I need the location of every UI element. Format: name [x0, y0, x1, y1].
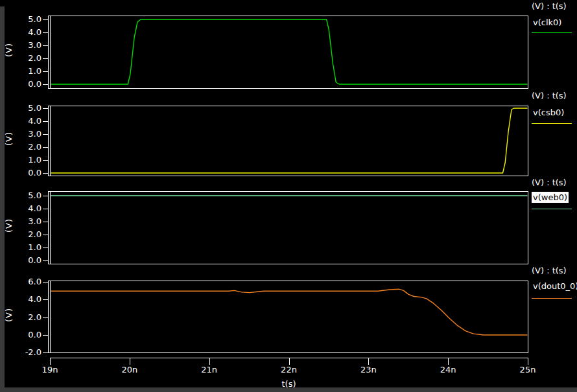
y-tick-mark — [43, 248, 48, 248]
y-tick-mark — [43, 335, 48, 336]
y-tick-mark — [43, 352, 48, 353]
y-tick-label: -2.0 — [12, 348, 41, 357]
y-tick-mark — [43, 84, 48, 85]
y-tick-label: 2.0 — [12, 54, 41, 63]
y-tick-label: 1.0 — [12, 243, 41, 252]
y-tick-mark — [43, 19, 48, 20]
y-tick-label: 4.0 — [12, 117, 41, 126]
waveform-trace-web0 — [51, 192, 528, 264]
plot-format-label: (V) : t(s) — [532, 266, 577, 275]
y-tick-mark — [43, 260, 48, 261]
y-tick-mark — [43, 222, 48, 222]
y-tick-label: 4.0 — [12, 295, 41, 304]
x-axis-title: t(s) — [269, 379, 309, 389]
trace-color-swatch-csb0 — [532, 123, 572, 124]
plot-area-clk0[interactable] — [50, 16, 528, 89]
x-tick-mark — [528, 358, 528, 365]
y-tick-label: 6.0 — [12, 277, 41, 286]
y-tick-label: 5.0 — [12, 15, 41, 24]
y-tick-label: 3.0 — [12, 130, 41, 139]
y-axis-spine — [48, 106, 49, 176]
y-tick-mark — [43, 196, 48, 196]
y-tick-mark — [43, 71, 48, 72]
y-tick-mark — [43, 160, 48, 161]
x-tick-mark — [289, 358, 290, 365]
y-tick-mark — [43, 147, 48, 148]
x-tick-label: 20n — [115, 365, 144, 375]
y-tick-label: 2.0 — [12, 230, 41, 239]
window-edge-left — [0, 6, 5, 392]
x-tick-label: 22n — [275, 365, 303, 375]
plot-area-dout0-0[interactable] — [50, 281, 528, 353]
signal-label-clk0[interactable]: v(clk0) — [532, 17, 563, 28]
x-tick-label: 21n — [195, 365, 224, 375]
y-tick-mark — [43, 282, 48, 282]
y-tick-label: 4.0 — [12, 28, 41, 37]
x-tick-mark — [209, 358, 210, 365]
y-tick-mark — [43, 173, 48, 174]
x-tick-label: 24n — [434, 365, 462, 375]
y-axis-spine — [48, 191, 49, 264]
trace-color-swatch-dout0-0 — [532, 298, 572, 299]
plot-area-csb0[interactable] — [50, 106, 528, 176]
y-tick-label: 1.0 — [12, 156, 41, 165]
y-tick-mark — [43, 121, 48, 122]
x-tick-label: 25n — [513, 365, 542, 375]
plot-format-label: (V) : t(s) — [532, 91, 577, 100]
y-tick-label: 1.0 — [12, 67, 41, 76]
signal-label-web0[interactable]: v(web0) — [532, 192, 569, 203]
plot-area-web0[interactable] — [50, 191, 528, 264]
y-tick-mark — [43, 299, 48, 300]
x-tick-mark — [50, 358, 51, 365]
trace-color-swatch-web0 — [532, 209, 572, 209]
y-tick-label: 0.0 — [12, 330, 41, 340]
trace-color-swatch-clk0 — [532, 32, 572, 33]
y-tick-label: 3.0 — [12, 217, 41, 226]
y-tick-mark — [43, 58, 48, 59]
y-axis-spine — [48, 16, 49, 89]
signal-label-dout0-0[interactable]: v(dout0_0) — [532, 281, 577, 292]
plot-format-label: (V) : t(s) — [532, 1, 577, 11]
y-axis-spine — [48, 281, 49, 353]
y-tick-mark — [43, 108, 48, 109]
y-tick-mark — [43, 134, 48, 135]
y-tick-label: 5.0 — [12, 104, 41, 113]
plot-format-label: (V) : t(s) — [532, 178, 577, 187]
y-tick-label: 2.0 — [12, 143, 41, 152]
y-tick-label: 4.0 — [12, 204, 41, 213]
signal-label-csb0[interactable]: v(csb0) — [532, 107, 565, 118]
waveform-trace-clk0 — [51, 16, 528, 88]
x-tick-label: 19n — [36, 365, 64, 375]
y-tick-label: 0.0 — [12, 256, 41, 265]
y-tick-mark — [43, 45, 48, 46]
waveform-trace-csb0 — [51, 106, 528, 176]
y-tick-mark — [43, 32, 48, 33]
y-tick-mark — [43, 235, 48, 235]
x-tick-mark — [368, 358, 369, 365]
waveform-viewer-window: (V) 5.04.03.02.01.00.0 (V) : t(s) v(clk0… — [0, 0, 577, 392]
y-tick-mark — [43, 317, 48, 318]
x-tick-mark — [130, 358, 130, 365]
y-tick-label: 2.0 — [12, 313, 41, 322]
y-tick-mark — [43, 209, 48, 209]
x-tick-label: 23n — [354, 365, 383, 375]
y-tick-label: 5.0 — [12, 191, 41, 200]
y-tick-label: 0.0 — [12, 168, 41, 178]
x-tick-mark — [448, 358, 449, 365]
y-tick-label: 3.0 — [12, 41, 41, 50]
waveform-trace-dout0-0 — [51, 281, 528, 352]
y-tick-label: 0.0 — [12, 80, 41, 89]
